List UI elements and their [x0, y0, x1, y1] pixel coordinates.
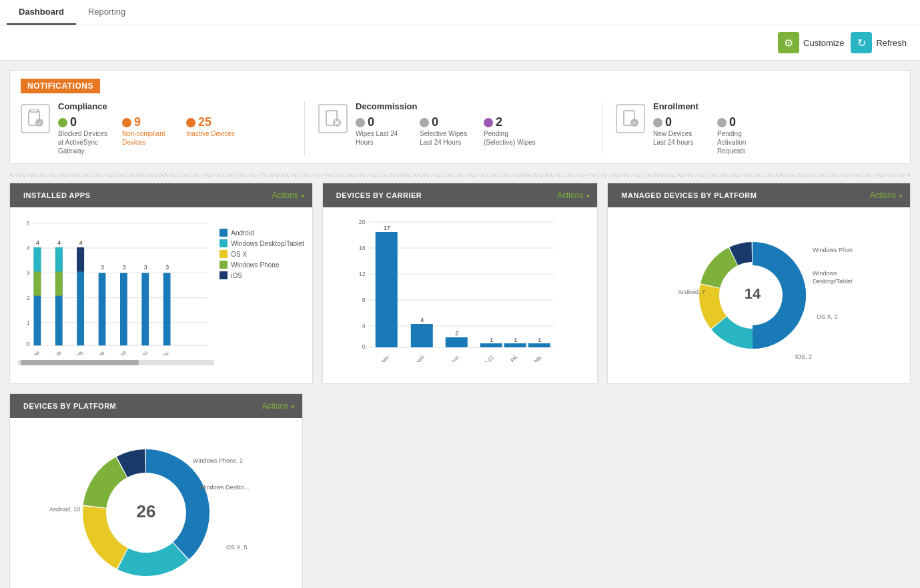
- installed-apps-panel: INSTALLED APPS Actions 5 4 3 2: [9, 183, 313, 384]
- dot-green: [58, 118, 67, 127]
- panels-row-2: DEVICES BY PLATFORM Actions: [9, 393, 911, 588]
- devices-by-carrier-title: DEVICES BY CARRIER: [330, 187, 429, 203]
- svg-text:4: 4: [362, 323, 365, 329]
- installed-apps-title: INSTALLED APPS: [17, 187, 97, 203]
- managed-devices-svg: 14 Android, 7 Windows Phone, 1 Windows D…: [666, 215, 853, 375]
- dot-gray-4: [717, 118, 727, 127]
- devices-by-carrier-body: 20 16 12 8 4 0 17: [323, 207, 598, 372]
- installed-apps-scrollbar-thumb: [21, 360, 139, 365]
- tab-bar: Dashboard Reporting: [0, 0, 920, 25]
- svg-text:Unknown: Unknown: [370, 355, 390, 362]
- enrollment-title: Enrollment: [653, 101, 886, 111]
- windows-desktop-swatch: [219, 239, 227, 247]
- svg-text:Verizon: Verizon: [443, 355, 460, 362]
- svg-text:12: 12: [358, 271, 365, 277]
- decommission-pending[interactable]: 2 Pending (Selective) Wipes: [484, 115, 537, 147]
- compliance-group: ✓ Compliance 0 Blocked Devices at Active…: [21, 101, 305, 155]
- svg-text:16: 16: [358, 245, 365, 251]
- compliance-icon: ✓: [21, 104, 50, 133]
- customize-button[interactable]: ⚙ Customize: [778, 32, 844, 53]
- svg-text:20: 20: [358, 219, 365, 225]
- installed-apps-actions[interactable]: Actions: [272, 191, 305, 200]
- devices-by-carrier-panel: DEVICES BY CARRIER Actions 20 16 12 8 4 …: [322, 183, 598, 384]
- notifications-header: NOTIFICATIONS: [21, 79, 100, 93]
- compliance-item-inactive[interactable]: 25 Inactive Devices: [186, 115, 235, 155]
- dot-gray-1: [356, 118, 365, 127]
- svg-text:8: 8: [362, 297, 365, 303]
- dot-orange-1: [122, 118, 131, 127]
- managed-devices-title: MANAGED DEVICES BY PLATFORM: [614, 187, 763, 203]
- legend-windows-phone: Windows Phone: [219, 261, 304, 269]
- svg-text:Not Present: Not Present: [401, 354, 426, 362]
- svg-text:000-PK: 000-PK: [502, 354, 519, 362]
- decommission-group: Decommission 0 Wipes Last 24 Hours: [305, 101, 602, 155]
- svg-text:3: 3: [101, 264, 104, 271]
- devices-by-carrier-svg: 20 16 12 8 4 0 17: [331, 215, 590, 362]
- legend-android: Android: [219, 229, 304, 237]
- dot-purple: [484, 118, 493, 127]
- devices-by-platform-actions[interactable]: Actions: [262, 401, 296, 411]
- svg-text:4: 4: [79, 239, 83, 246]
- svg-rect-62: [376, 232, 398, 347]
- svg-text:17: 17: [383, 225, 390, 231]
- svg-text:Desktop/Tablet, 2: Desktop/Tablet, 2: [813, 278, 853, 285]
- refresh-label: Refresh: [876, 38, 907, 48]
- compliance-inactive-label: Inactive Devices: [186, 129, 235, 138]
- legend-osx: OS X: [219, 250, 304, 258]
- legend-windows-desktop: Windows Desktop/Tablet: [219, 239, 304, 247]
- installed-apps-body: 5 4 3 2 1 0: [10, 207, 312, 373]
- installed-apps-legend: Android Windows Desktop/Tablet OS X: [219, 215, 304, 365]
- svg-rect-25: [34, 247, 41, 271]
- devices-by-carrier-header-area: DEVICES BY CARRIER Actions: [323, 183, 598, 207]
- osx-swatch: [219, 250, 227, 258]
- compliance-items: 0 Blocked Devices at ActiveSync Gateway …: [58, 115, 291, 155]
- compliance-item-noncompliant[interactable]: 9 Non-compliant Devices: [122, 115, 175, 155]
- svg-text:Secure Web: Secure Web: [59, 349, 84, 355]
- decommission-content: Decommission 0 Wipes Last 24 Hours: [356, 101, 588, 147]
- top-bar: ⚙ Customize ↻ Refresh: [0, 25, 920, 61]
- svg-rect-39: [141, 273, 149, 345]
- dot-gray-3: [653, 118, 662, 127]
- panels-row-1: INSTALLED APPS Actions 5 4 3 2: [9, 183, 911, 384]
- svg-text:Android, 7: Android, 7: [678, 289, 705, 295]
- installed-apps-scrollbar[interactable]: [18, 360, 214, 365]
- compliance-noncompliant-count: 9: [122, 115, 141, 129]
- decommission-selective-wipes[interactable]: 0 Selective Wipes Last 24 Hours: [420, 115, 473, 147]
- svg-rect-70: [504, 343, 526, 347]
- refresh-icon: ↻: [851, 32, 872, 53]
- devices-by-platform-panel: DEVICES BY PLATFORM Actions: [9, 393, 303, 588]
- managed-devices-actions[interactable]: Actions: [870, 191, 903, 200]
- svg-text:Windows Deskto...: Windows Deskto...: [199, 484, 250, 491]
- compliance-noncompliant-label: Non-compliant Devices: [122, 129, 175, 147]
- svg-text:OS X, 5: OS X, 5: [226, 544, 248, 551]
- svg-text:3: 3: [27, 269, 30, 276]
- compliance-item-blocked[interactable]: 0 Blocked Devices at ActiveSync Gateway: [58, 115, 111, 155]
- svg-text:26: 26: [137, 501, 156, 521]
- svg-text:0: 0: [27, 341, 30, 347]
- devices-by-platform-body: 26 Android, 10 Windows Phone, 2 Windows …: [10, 418, 302, 588]
- devices-carrier-chevron: [585, 191, 590, 200]
- svg-text:Secure Hub: Secure Hub: [39, 349, 63, 355]
- windows-phone-swatch: [219, 261, 227, 269]
- svg-text:4: 4: [420, 317, 424, 323]
- decommission-wipes[interactable]: 0 Wipes Last 24 Hours: [356, 115, 409, 147]
- svg-text:3: 3: [144, 264, 147, 271]
- devices-by-carrier-actions[interactable]: Actions: [557, 191, 590, 200]
- enrollment-new-devices[interactable]: 0 New Devices Last 24 hours: [653, 115, 707, 155]
- enrollment-pending-activation[interactable]: 0 Pending Activation Requests: [717, 115, 771, 155]
- installed-apps-chart: 5 4 3 2 1 0: [18, 215, 214, 365]
- tab-reporting[interactable]: Reporting: [76, 0, 137, 25]
- refresh-button[interactable]: ↻ Refresh: [851, 32, 907, 53]
- legend-ios: iOS: [219, 271, 304, 279]
- svg-text:3: 3: [122, 264, 125, 271]
- enrollment-group: + Enrollment 0 New Devices Last 24 hours: [602, 101, 899, 155]
- compliance-content: Compliance 0 Blocked Devices at ActiveSy…: [58, 101, 291, 155]
- svg-text:✓: ✓: [37, 121, 42, 127]
- decommission-icon: [318, 104, 348, 133]
- decommission-items: 0 Wipes Last 24 Hours 0 Selective Wipes …: [356, 115, 588, 147]
- tab-dashboard[interactable]: Dashboard: [7, 0, 76, 25]
- svg-text:Windows Phone, 2: Windows Phone, 2: [193, 457, 243, 464]
- enrollment-items: 0 New Devices Last 24 hours 0 Pending Ac…: [653, 115, 886, 155]
- dot-orange-2: [186, 118, 195, 127]
- svg-text:4: 4: [57, 239, 61, 246]
